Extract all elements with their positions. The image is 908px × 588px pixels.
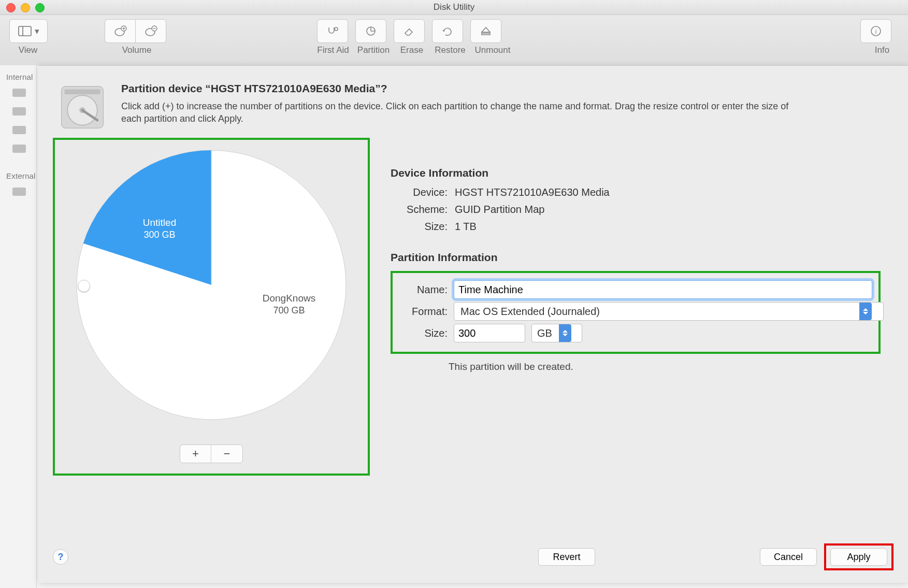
restore-label: Restore — [431, 45, 469, 55]
svg-rect-11 — [482, 33, 490, 35]
sidebar-item[interactable] — [0, 121, 36, 139]
revert-button[interactable]: Revert — [538, 548, 595, 566]
disk-plus-icon — [113, 25, 127, 37]
titlebar: Disk Utility — [0, 0, 908, 15]
info-pane: Device Information Device: HGST HTS72101… — [391, 138, 893, 476]
drive-icon — [12, 188, 26, 196]
window-title: Disk Utility — [0, 2, 908, 12]
size-label: Size: — [396, 327, 448, 339]
partition-fields-box: Name: Format: Mac OS Extended (Journaled… — [391, 271, 881, 354]
svg-rect-0 — [19, 26, 31, 36]
sidebar-header-internal: Internal — [0, 69, 36, 83]
pie-icon — [364, 25, 378, 37]
chevron-down-icon: ▾ — [35, 26, 39, 37]
sheet-body: Untitled 300 GB DongKnows 700 GB + − Dev… — [38, 138, 908, 476]
toolbar: ▾ View Volume — [0, 15, 908, 66]
drive-icon — [12, 107, 26, 116]
partition-label: Partition — [354, 45, 393, 55]
disk-minus-icon — [144, 25, 157, 37]
view-button[interactable]: ▾ — [9, 19, 48, 43]
size-unit-value: GB — [531, 324, 582, 342]
format-select[interactable]: Mac OS Extended (Journaled) — [454, 302, 872, 321]
remove-partition-button[interactable]: − — [211, 445, 242, 463]
scheme-label: Scheme: — [391, 204, 448, 216]
add-partition-button[interactable]: + — [180, 445, 211, 463]
sidebar-item[interactable] — [0, 102, 36, 121]
resize-handle[interactable] — [78, 280, 90, 292]
partition-map-box: Untitled 300 GB DongKnows 700 GB + − — [53, 138, 370, 476]
chevron-updown-icon — [859, 303, 872, 320]
drive-icon — [12, 89, 26, 97]
partition-pie[interactable]: Untitled 300 GB DongKnows 700 GB — [66, 140, 356, 430]
device-info-header: Device Information — [391, 167, 893, 179]
view-label: View — [15, 45, 41, 55]
first-aid-label: First Aid — [314, 45, 352, 55]
first-aid-button[interactable] — [317, 19, 348, 43]
unmount-button[interactable] — [470, 19, 501, 43]
partition-name-input[interactable] — [454, 280, 872, 299]
sheet-footer: ? Revert Cancel Apply — [38, 543, 908, 570]
name-label: Name: — [396, 284, 448, 296]
device-value: HGST HTS721010A9E630 Media — [455, 187, 610, 198]
sidebar-icon — [18, 25, 32, 37]
restore-button[interactable] — [432, 19, 463, 43]
sheet-description: Click add (+) to increase the number of … — [121, 100, 795, 125]
sidebar-item[interactable] — [0, 182, 36, 201]
device-label: Device: — [391, 187, 448, 198]
restore-icon — [441, 25, 454, 37]
apply-highlight: Apply — [824, 543, 893, 570]
sidebar-item[interactable] — [0, 83, 36, 102]
apply-button[interactable]: Apply — [830, 548, 887, 566]
sheet-header: Partition device “HGST HTS721010A9E630 M… — [38, 66, 908, 138]
sidebar: Internal External — [0, 65, 37, 588]
svg-text:i: i — [875, 27, 877, 35]
partition-size-input[interactable] — [454, 324, 525, 342]
eject-icon — [479, 25, 493, 37]
partition-plusminus: + − — [180, 444, 243, 463]
chevron-updown-icon — [559, 324, 571, 342]
unmount-label: Unmount — [471, 45, 514, 55]
info-icon: i — [869, 25, 883, 37]
volume-label: Volume — [116, 45, 157, 55]
hard-drive-icon — [54, 82, 111, 135]
partition-info-header: Partition Information — [391, 251, 893, 264]
svg-point-9 — [335, 27, 338, 31]
stethoscope-icon — [326, 25, 339, 37]
partition-button[interactable] — [355, 19, 386, 43]
drive-icon — [12, 126, 26, 134]
sidebar-header-external: External — [0, 168, 36, 182]
volume-remove-button[interactable] — [135, 19, 166, 43]
partition-sheet: Partition device “HGST HTS721010A9E630 M… — [38, 65, 908, 583]
status-note: This partition will be created. — [449, 361, 893, 372]
disk-utility-window: Disk Utility ▾ View — [0, 0, 908, 588]
help-button[interactable]: ? — [53, 549, 68, 565]
drive-icon — [12, 145, 26, 153]
sheet-title: Partition device “HGST HTS721010A9E630 M… — [121, 82, 795, 95]
eraser-icon — [402, 25, 416, 37]
info-label: Info — [872, 45, 892, 55]
sidebar-item[interactable] — [0, 139, 36, 158]
format-label: Format: — [396, 306, 448, 318]
volume-add-button[interactable] — [105, 19, 135, 43]
size-unit-select[interactable]: GB — [531, 324, 572, 342]
cancel-button[interactable]: Cancel — [760, 548, 817, 566]
device-size-value: 1 TB — [455, 221, 477, 233]
svg-rect-17 — [64, 89, 100, 94]
format-value: Mac OS Extended (Journaled) — [454, 302, 884, 321]
info-button[interactable]: i — [860, 19, 891, 43]
scheme-value: GUID Partition Map — [455, 204, 544, 216]
erase-label: Erase — [396, 45, 428, 55]
erase-button[interactable] — [394, 19, 425, 43]
device-size-label: Size: — [391, 221, 448, 233]
